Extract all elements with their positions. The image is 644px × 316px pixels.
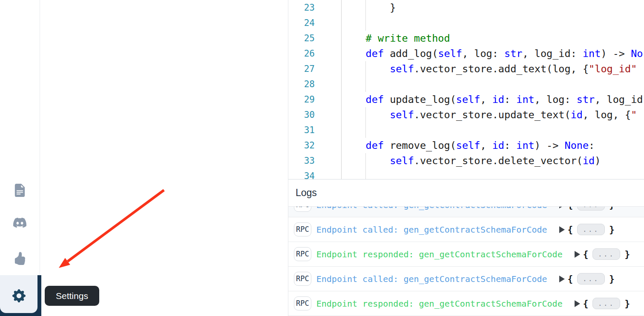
- close-brace: }: [624, 249, 630, 259]
- line-number: 28: [288, 77, 341, 92]
- indent-guide: [365, 153, 366, 168]
- sidebar-item-discord[interactable]: [13, 216, 26, 229]
- expand-arrow-icon[interactable]: [559, 207, 565, 208]
- code-line-content: [341, 168, 644, 179]
- code-line: 28: [288, 77, 644, 92]
- code-line: 27 self.vector_store.add_text(log, {"log…: [288, 61, 644, 77]
- sidebar-item-docs[interactable]: [13, 184, 26, 197]
- collapsed-json-pill[interactable]: ...: [577, 224, 605, 235]
- settings-tooltip-label: Settings: [56, 291, 88, 301]
- expand-arrow-icon[interactable]: [575, 300, 580, 307]
- discord-icon: [13, 216, 26, 229]
- rpc-badge: RPC: [294, 222, 311, 237]
- sidebar-item-settings[interactable]: [0, 275, 37, 313]
- code-line: 31: [288, 122, 644, 138]
- line-number: 32: [288, 138, 341, 153]
- indent-guide: [365, 77, 366, 92]
- rpc-badge: RPC: [294, 296, 311, 311]
- sidebar: [0, 0, 40, 316]
- line-number: 29: [288, 92, 341, 107]
- code-line: 24: [288, 15, 644, 31]
- code-line-content: [341, 122, 644, 138]
- close-brace: }: [609, 274, 615, 284]
- line-number: 30: [288, 107, 341, 122]
- logs-title: Logs: [296, 187, 317, 199]
- close-brace: }: [624, 299, 630, 309]
- sidebar-item-feedback[interactable]: [13, 252, 26, 265]
- indent-guide: [365, 0, 366, 15]
- line-number: 23: [288, 0, 341, 15]
- code-line-content: [341, 15, 644, 31]
- rpc-badge: RPC: [294, 272, 311, 286]
- line-number: 24: [288, 15, 341, 31]
- indent-guide: [365, 15, 366, 31]
- indent-guide: [365, 107, 366, 122]
- code-line: 23 }: [288, 0, 644, 15]
- line-number: 31: [288, 122, 341, 138]
- expand-arrow-icon[interactable]: [575, 251, 580, 258]
- code-line: 34: [288, 168, 644, 179]
- expand-arrow-icon[interactable]: [559, 226, 565, 233]
- collapsed-json-pill[interactable]: ...: [592, 248, 620, 260]
- log-message: Endpoint responded: gen_getContractSchem…: [316, 299, 563, 309]
- code-line-content: def add_log(self, log: str, log_id: int)…: [341, 46, 644, 61]
- sidebar-active-indicator: [0, 275, 41, 316]
- code-line: 29 def update_log(self, id: int, log: st…: [288, 92, 644, 107]
- logs-panel: Logs RPCEndpoint called: gen_getContract…: [288, 179, 644, 316]
- open-brace: {: [568, 274, 573, 284]
- indent-guide: [365, 168, 366, 179]
- code-line-content: self.vector_store.update_text(id, log, {…: [341, 107, 644, 122]
- log-row[interactable]: RPCEndpoint called: gen_getContractSchem…: [288, 217, 644, 242]
- line-number: 33: [288, 153, 341, 168]
- log-row[interactable]: RPCEndpoint called: gen_getContractSchem…: [288, 207, 644, 217]
- logs-header: Logs: [288, 179, 644, 207]
- log-row[interactable]: RPCEndpoint called: gen_getContractSchem…: [288, 267, 644, 291]
- code-line: 32 def remove_log(self, id: int) -> None…: [288, 138, 644, 153]
- indent-guide: [365, 61, 366, 77]
- log-message: Endpoint responded: gen_getContractSchem…: [316, 249, 563, 259]
- log-list: RPCEndpoint called: gen_getContractSchem…: [288, 207, 644, 316]
- open-brace: {: [568, 225, 573, 235]
- app-window: Settings 23 }2425 # write method26 def a…: [0, 0, 644, 316]
- document-icon: [13, 184, 26, 197]
- open-brace: {: [568, 207, 573, 210]
- log-row[interactable]: RPCEndpoint responded: gen_getContractSc…: [288, 242, 644, 267]
- rpc-badge: RPC: [294, 207, 311, 212]
- code-line-content: def remove_log(self, id: int) -> None:: [341, 138, 644, 153]
- log-row-partial[interactable]: RPCEndpoint called: gen_getContractSchem…: [288, 207, 644, 217]
- indent-guide: [365, 122, 366, 138]
- line-number: 25: [288, 31, 341, 46]
- gear-icon[interactable]: [12, 289, 26, 302]
- log-row[interactable]: RPCEndpoint responded: gen_getContractSc…: [288, 291, 644, 316]
- line-number: 27: [288, 61, 341, 77]
- code-line: 30 self.vector_store.update_text(id, log…: [288, 107, 644, 122]
- code-line: 25 # write method: [288, 31, 644, 46]
- code-line-content: # write method: [341, 31, 644, 46]
- log-message: Endpoint called: gen_getContractSchemaFo…: [316, 225, 547, 235]
- code-line-content: def update_log(self, id: int, log: str, …: [341, 92, 644, 107]
- code-line: 26 def add_log(self, log: str, log_id: i…: [288, 46, 644, 61]
- code-line-content: self.vector_store.add_text(log, {"log_id…: [341, 61, 644, 77]
- code-line-content: }: [341, 0, 644, 15]
- rpc-badge: RPC: [294, 247, 311, 262]
- collapsed-json-pill[interactable]: ...: [577, 207, 605, 211]
- settings-tooltip: Settings: [45, 286, 99, 306]
- line-number: 34: [288, 168, 341, 179]
- log-message: Endpoint called: gen_getContractSchemaFo…: [316, 274, 547, 284]
- collapsed-json-pill[interactable]: ...: [577, 273, 605, 285]
- code-line-content: [341, 77, 644, 92]
- open-brace: {: [583, 249, 589, 259]
- open-brace: {: [583, 299, 589, 309]
- code-line: 33 self.vector_store.delete_vector(id): [288, 153, 644, 168]
- collapsed-json-pill[interactable]: ...: [592, 298, 620, 309]
- close-brace: }: [609, 225, 615, 235]
- code-line-content: self.vector_store.delete_vector(id): [341, 153, 644, 168]
- thumbs-up-icon: [13, 252, 26, 265]
- expand-arrow-icon[interactable]: [559, 276, 565, 282]
- code-editor[interactable]: 23 }2425 # write method26 def add_log(se…: [288, 0, 644, 179]
- close-brace: }: [609, 207, 615, 210]
- line-number: 26: [288, 46, 341, 61]
- log-message: Endpoint called: gen_getContractSchemaFo…: [316, 207, 547, 210]
